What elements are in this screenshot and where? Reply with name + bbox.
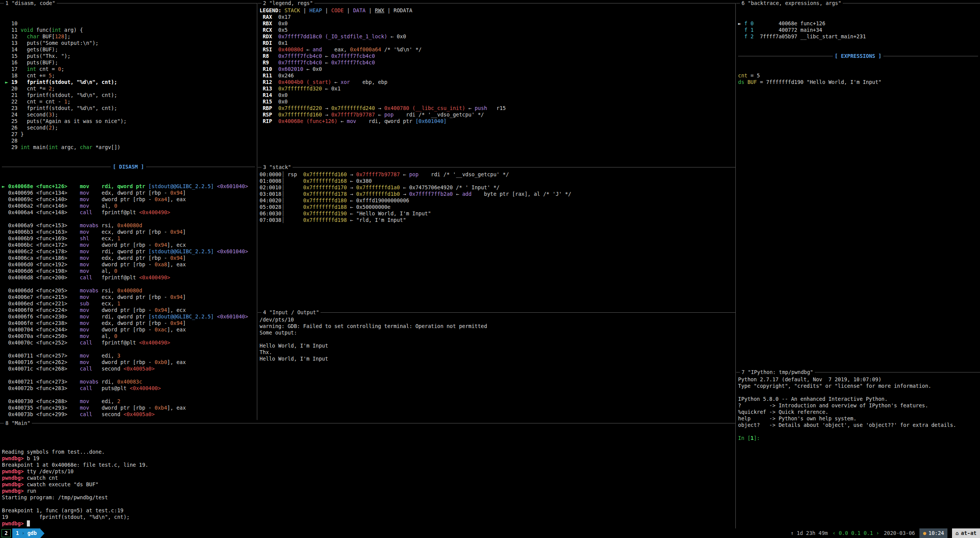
expressions-section-label: [ EXPRESSIONS ] [833, 53, 883, 59]
terminal-line: RBP 0x7fffffffd220 → 0x7fffffffd240 → 0x… [260, 105, 733, 112]
pane-main-gdb-console[interactable]: 8 "Main" Reading symbols from test...don… [0, 420, 735, 528]
watch-expressions: cnt = 5ds BUF = 7fffffffd190 "Hello Worl… [738, 72, 978, 85]
terminal-line: f 2 7ffff7a05b97 __libc_start_main+231 [738, 33, 978, 40]
terminal-line: help -> Python's own help system. [738, 415, 978, 422]
pane-legend-regs[interactable]: 2 "legend, regs" LEGEND: STACK | HEAP | … [258, 0, 735, 164]
terminal-line: 13 puts("Some output:\n"); [2, 40, 255, 46]
pane-border: 3 "stack" [258, 164, 735, 171]
tmux-window-tab[interactable]: 1 › gdb [12, 528, 40, 538]
disasm-section-divider: [ DISASM ] [2, 164, 255, 170]
terminal-line: Breakpoint 1, func (arg=5) at test.c:19 [2, 507, 733, 514]
pane-border: 6 "backtrace, expressions, args" [736, 0, 980, 7]
terminal-line [2, 281, 255, 287]
terminal-line: R10 0x602010 ← 0x0 [260, 66, 733, 72]
terminal-line: R12 0x4004b0 (_start) ← xor ebp, ebp [260, 79, 733, 85]
terminal-line: RSI 0x40080d ← and eax, 0x4f000a64 /* '%… [260, 46, 733, 53]
terminal-line: 17 int cnt = 0; [2, 66, 255, 72]
pane-backtrace-expressions[interactable]: 6 "backtrace, expressions, args" ► f 0 4… [736, 0, 980, 369]
terminal-line: ? -> Introduction and overview of IPytho… [738, 402, 978, 409]
terminal-line: 03:0018│ 0x7fffffffd178 → 0x7fffffffd1b0… [260, 191, 733, 197]
terminal-line: 16 puts(BUF); [2, 59, 255, 66]
terminal-line: 0x400730 <func+288> mov edi, 2 [2, 398, 255, 405]
terminal-line: 20 cnt *= 2; [2, 85, 255, 92]
terminal-line: 0x400704 <func+244> mov dword ptr [rbp -… [2, 326, 255, 333]
terminal-line: R8 0x7ffff7fcb4c0 ← 0x7ffff7fcb4c0 [260, 53, 733, 59]
terminal-line: 0x4006d6 <func+198> mov al, 0 [2, 268, 255, 274]
terminal-line: 12 char BUF[128]; [2, 33, 255, 40]
pane-title-input-output: 4 "Input / Output" [261, 309, 321, 316]
terminal-line: Thx. [260, 349, 733, 356]
terminal-line: 24 second(3); [2, 112, 255, 118]
terminal-line: %quickref -> Quick reference. [738, 409, 978, 415]
terminal-line: 0x4006f6 <func+230> mov rdi, qword ptr [… [2, 313, 255, 320]
terminal-line: Some output: [260, 330, 733, 336]
terminal-line: R13 0x7fffffffd320 ← 0x1 [260, 85, 733, 92]
terminal-line: RBX 0x0 [260, 20, 733, 27]
terminal-line: pwndbg> b 19 [2, 455, 733, 462]
tmux-session-badge[interactable]: 2 [2, 529, 11, 537]
terminal-line: 0x4006a9 <func+153> movabs rsi, 0x40080d [2, 222, 255, 229]
status-date: 2020-03-06 [884, 530, 915, 536]
terminal-line: R9 0x7ffff7fcb4c0 ← 0x7ffff7fcb4c0 [260, 59, 733, 66]
window-separator-icon: › [21, 530, 25, 536]
window-index: 1 [16, 530, 19, 536]
terminal-line: 18 cnt += 5; [2, 72, 255, 79]
terminal-line: 0x400721 <func+273> movabs rdi, 0x40083c [2, 379, 255, 385]
terminal-line: Starting program: /tmp/pwndbg/test [2, 494, 733, 501]
status-hostname-segment: ⌂ at-at [952, 528, 980, 538]
pane-disasm-code[interactable]: 1 "disasm, code" 10 11 void func(int arg… [0, 0, 257, 420]
terminal-line: 22 cnt = cnt - 1; [2, 98, 255, 105]
disasm-code-content: 10 11 void func(int arg) { 12 char BUF[1… [0, 7, 257, 420]
terminal-line [260, 336, 733, 343]
terminal-line: RDI 0x1 [260, 40, 733, 46]
gdb-console-content[interactable]: Reading symbols from test...done.pwndbg>… [0, 426, 735, 528]
terminal-line: 0x4006a4 <func+148> call fprintf@plt <0x… [2, 209, 255, 216]
load-open-bracket: ‹ [832, 530, 835, 536]
terminal-line: 0x4006bc <func+172> mov dword ptr [rbp -… [2, 242, 255, 248]
pane-title-ipython: 7 "IPython: tmp/pwndbg" [740, 369, 815, 376]
terminal-line: f 1 400772 main+34 [738, 27, 978, 33]
pane-title-main: 8 "Main" [4, 420, 32, 426]
terminal-line: 0x4006c2 <func+178> mov rdi, qword ptr [… [2, 248, 255, 255]
terminal-line: 0x40070a <func+250> mov al, 0 [2, 333, 255, 340]
terminal-line: 0x400716 <func+262> mov dword ptr [rbp -… [2, 359, 255, 366]
terminal-line [2, 501, 733, 507]
terminal-line: 06:0030│ 0x7fffffffd190 ← "Hello World, … [260, 210, 733, 217]
terminal-line: IPython 5.8.0 -- An enhanced Interactive… [738, 396, 978, 402]
terminal-line: 29 int main(int argc, char *argv[]) [2, 144, 255, 151]
terminal-line: /dev/pts/10 [260, 317, 733, 323]
terminal-line: 0x4006b3 <func+163> mov ecx, dword ptr [… [2, 229, 255, 235]
terminal-line: 0x400711 <func+257> mov edi, 3 [2, 353, 255, 359]
pane-border-vertical [735, 3, 736, 528]
terminal-line: pwndbg> run [2, 488, 733, 494]
load-close-bracket: › [876, 530, 879, 536]
pane-title-stack: 3 "stack" [261, 164, 293, 171]
pane-stack[interactable]: 3 "stack" 00:0000│ rsp 0x7fffffffd160 → … [258, 164, 735, 309]
disassembly-listing: ► 0x40068e <func+126> mov rdi, qword ptr… [2, 183, 255, 420]
status-left: 2 1 › gdb [0, 528, 44, 538]
terminal-line [738, 428, 978, 435]
terminal-line: 0x4006fe <func+238> mov edx, dword ptr [… [2, 320, 255, 326]
terminal-line: 21 fprintf(stdout, "%d\n", cnt); [2, 92, 255, 98]
load-average: ‹ 0.0 0.1 0.1 › [832, 530, 879, 536]
terminal-line: pwndbg> [2, 520, 733, 527]
terminal-line: 0x4006ed <func+221> sub ecx, 1 [2, 300, 255, 307]
terminal-line: Reading symbols from test...done. [2, 449, 733, 455]
terminal-line: 14 gets(BUF); [2, 46, 255, 53]
backtrace-frames: ► f 0 40068e func+126 f 1 400772 main+34… [738, 20, 978, 40]
ipython-content[interactable]: Python 2.7.17 (default, Nov 7 2019, 10:0… [736, 376, 980, 441]
pane-border: 7 "IPython: tmp/pwndbg" [736, 369, 980, 376]
pane-ipython[interactable]: 7 "IPython: tmp/pwndbg" Python 2.7.17 (d… [736, 369, 980, 528]
terminal-line: 0x4006d0 <func+192> mov dword ptr [rbp -… [2, 261, 255, 268]
terminal-line: 15 puts("Thx. "); [2, 53, 255, 59]
terminal-line: 10 [2, 20, 255, 27]
terminal-line: 0x4006d8 <func+200> call fprintf@plt <0x… [2, 274, 255, 281]
terminal-line: 0x4006e7 <func+215> mov ecx, dword ptr [… [2, 294, 255, 300]
terminal-line: 07:0038│ 0x7fffffffd198 ← "rld, I'm Inpu… [260, 217, 733, 223]
pane-border: 1 "disasm, code" [0, 0, 257, 7]
terminal-line: 0x40069c <func+140> mov dword ptr [rbp -… [2, 196, 255, 203]
tmux-status-bar: 2 1 › gdb ↑ 1d 23h 49m ‹ 0.0 0.1 0.1 › 2… [0, 528, 980, 538]
pane-input-output[interactable]: 4 "Input / Output" /dev/pts/10warning: G… [258, 309, 735, 420]
disasm-section-label: [ DISASM ] [111, 164, 146, 170]
window-name: gdb [27, 530, 36, 536]
